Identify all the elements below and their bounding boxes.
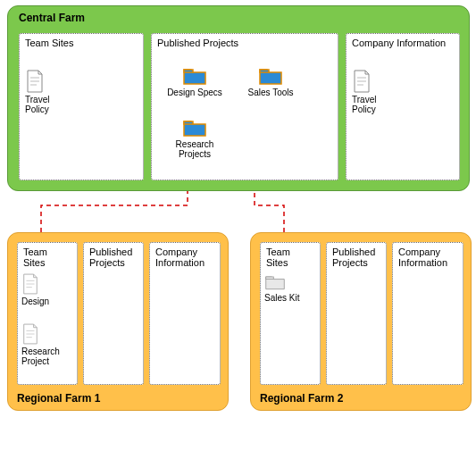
r2-sales-kit-item: Sales Kit bbox=[264, 273, 314, 303]
document-icon bbox=[21, 323, 71, 345]
item-label: TravelPolicy bbox=[25, 95, 70, 114]
r1-published-title: PublishedProjects bbox=[89, 246, 138, 268]
document-icon bbox=[352, 70, 397, 93]
r2-published: PublishedProjects bbox=[326, 242, 387, 385]
svg-rect-1 bbox=[184, 70, 193, 72]
item-label: Sales Tools bbox=[239, 88, 302, 97]
folder-small-icon bbox=[264, 273, 314, 291]
folder-icon bbox=[239, 66, 302, 86]
r1-published: PublishedProjects bbox=[83, 242, 144, 385]
document-icon bbox=[25, 70, 70, 93]
central-farm-title: Central Farm bbox=[19, 12, 85, 24]
research-projects-item: ResearchProjects bbox=[163, 118, 227, 159]
r2-published-title: PublishedProjects bbox=[332, 246, 380, 268]
svg-rect-3 bbox=[184, 121, 193, 124]
design-specs-item: Design Specs bbox=[163, 66, 227, 97]
regional-farm-2-title: Regional Farm 2 bbox=[260, 392, 343, 405]
r1-research-item: ResearchProject bbox=[21, 323, 71, 366]
central-published-projects: Published Projects Design Specs Sales To… bbox=[151, 33, 338, 180]
r2-company-info-title: CompanyInformation bbox=[398, 246, 457, 268]
r2-company-info: CompanyInformation bbox=[392, 242, 463, 385]
central-published-title: Published Projects bbox=[157, 38, 332, 48]
central-company-info: Company Information TravelPolicy bbox=[346, 33, 460, 180]
regional-farm-1-title: Regional Farm 1 bbox=[17, 392, 100, 405]
r1-company-info: CompanyInformation bbox=[149, 242, 221, 385]
item-label: Design bbox=[21, 296, 71, 306]
r2-team-sites-title: Team Sites bbox=[266, 246, 314, 268]
central-team-sites-title: Team Sites bbox=[25, 38, 138, 48]
regional-farm-2: Team Sites Sales Kit PublishedProjects C… bbox=[250, 232, 472, 411]
item-label: Sales Kit bbox=[264, 293, 314, 303]
r1-design-item: Design bbox=[21, 273, 71, 306]
folder-icon bbox=[163, 66, 227, 86]
item-label: TravelPolicy bbox=[352, 95, 397, 114]
item-label: ResearchProject bbox=[21, 347, 71, 366]
item-label: Design Specs bbox=[163, 88, 227, 97]
central-team-sites: Team Sites TravelPolicy bbox=[19, 33, 144, 180]
r1-team-sites-title: Team Sites bbox=[23, 246, 71, 268]
document-icon bbox=[21, 273, 71, 295]
central-travel-policy-pub-item: TravelPolicy bbox=[352, 70, 397, 114]
sales-tools-item: Sales Tools bbox=[239, 66, 302, 97]
item-label: ResearchProjects bbox=[163, 139, 227, 159]
central-farm: Central Farm Team Sites TravelPolicy Pub… bbox=[7, 5, 470, 191]
r1-team-sites: Team Sites Design ResearchProject bbox=[17, 242, 78, 385]
central-company-info-title: Company Information bbox=[352, 38, 454, 48]
r2-team-sites: Team Sites Sales Kit bbox=[260, 242, 321, 385]
folder-icon bbox=[163, 118, 227, 138]
svg-rect-4 bbox=[266, 277, 274, 280]
central-travel-policy-item: TravelPolicy bbox=[25, 70, 70, 114]
svg-rect-2 bbox=[260, 70, 269, 72]
regional-farm-1: Team Sites Design ResearchProject Publis… bbox=[7, 232, 229, 411]
r1-company-info-title: CompanyInformation bbox=[155, 246, 214, 268]
